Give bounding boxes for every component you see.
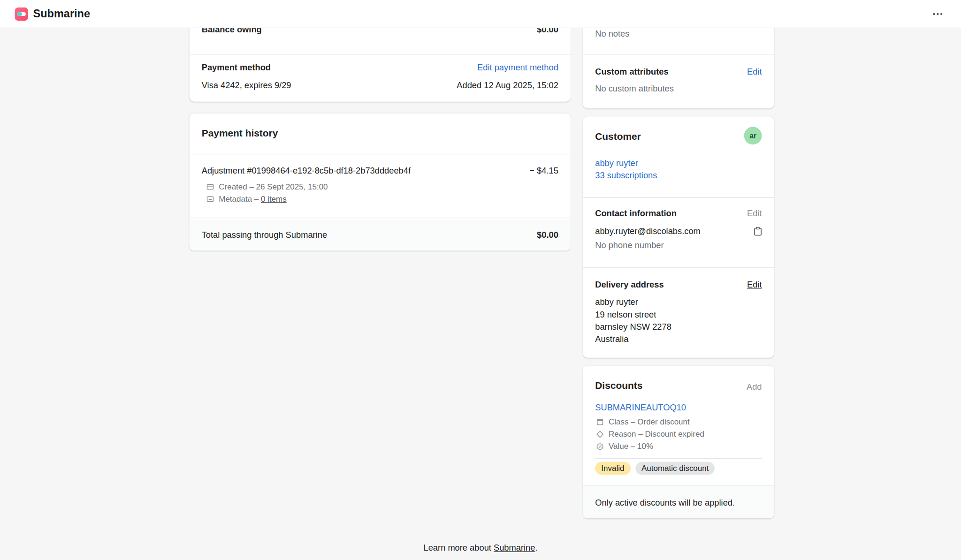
discounts-footer-note: Only active discounts will be applied. [595,497,735,507]
discount-value-icon [596,443,604,450]
delivery-address-edit-link[interactable]: Edit [747,280,762,289]
ellipsis-icon [931,8,944,20]
discount-badges: Invalid Automatic discount [595,462,715,475]
top-bar: Submarine [0,0,961,28]
custom-attributes-edit-link[interactable]: Edit [747,67,762,76]
status-badge-invalid: Invalid [595,462,630,475]
discount-reason-text: Reason – Discount expired [609,430,704,439]
metadata-icon [206,195,214,203]
delivery-address: abby ruyter 19 nelson street barnsley NS… [595,296,671,345]
customer-phone: No phone number [595,240,664,250]
contact-information-title: Contact information [595,208,677,218]
footer-submarine-link[interactable]: Submarine [494,543,535,552]
address-line: Australia [595,333,671,345]
discount-code-link[interactable]: SUBMARINEAUTOQ10 [595,402,686,412]
discounts-title: Discounts [595,380,642,392]
customer-avatar: ar [744,127,762,144]
payment-method-summary: Visa 4242, expires 9/29 [202,80,291,90]
total-value: $0.00 [537,229,558,239]
app-logo: Submarine [15,7,90,21]
created-date-icon [206,183,214,190]
customer-title: Customer [595,131,641,143]
page: Submarine Balance owing $0.00 Payment me… [0,0,961,560]
payment-history-footer: Total passing through Submarine $0.00 [190,218,571,251]
no-custom-attributes-text: No custom attributes [595,83,674,93]
footer-help-period: . [535,543,537,552]
metadata-label: Metadata – [219,194,261,204]
copy-email-button[interactable] [754,227,762,236]
discounts-card: Discounts Add SUBMARINEAUTOQ10 Class – O… [583,366,774,518]
customer-subscriptions-link[interactable]: 33 subscriptions [595,170,657,180]
overflow-menu-button[interactable] [929,5,946,23]
badge-automatic-discount: Automatic discount [635,462,715,475]
payment-method-added: Added 12 Aug 2025, 15:02 [457,80,558,90]
customer-card: Customer ar abby ruyter 33 subscriptions… [583,116,774,358]
no-notes-text: No notes [595,29,629,38]
app-title: Submarine [33,8,91,20]
adjustment-amount: − $4.15 [529,166,558,175]
submarine-logo-icon [15,7,28,21]
discount-class-icon [596,418,604,425]
delivery-address-title: Delivery address [595,280,664,289]
address-line: 19 nelson street [595,308,671,320]
contact-information-edit-link[interactable]: Edit [747,208,762,218]
total-label: Total passing through Submarine [202,229,327,239]
discounts-footer: Only active discounts will be applied. [583,485,774,518]
clipboard-icon [754,227,762,236]
discounts-add-link[interactable]: Add [747,382,762,392]
footer-help-text: Learn more about [424,543,494,552]
discount-value-text: Value – 10% [609,442,653,451]
payment-history-card: Payment history Adjustment #01998464-e19… [190,114,571,251]
customer-name-link[interactable]: abby ruyter [595,158,638,168]
metadata-items-link[interactable]: 0 items [261,194,287,204]
address-line: abby ruyter [595,296,671,308]
adjustment-created: Created – 26 Sept 2025, 15:00 [219,182,328,191]
footer-help: Learn more about Submarine. [0,543,961,552]
address-line: barnsley NSW 2278 [595,320,671,333]
adjustment-label: Adjustment #01998464-e192-8c5b-df18-2b73… [202,166,411,175]
payment-method-title: Payment method [202,62,271,72]
customer-email: abby.ruyter@discolabs.com [595,226,701,236]
custom-attributes-title: Custom attributes [595,67,668,76]
payment-history-title: Payment history [202,128,278,139]
edit-payment-method-link[interactable]: Edit payment method [477,62,558,72]
discount-class-text: Class – Order discount [609,417,690,426]
discount-reason-icon [596,431,604,438]
